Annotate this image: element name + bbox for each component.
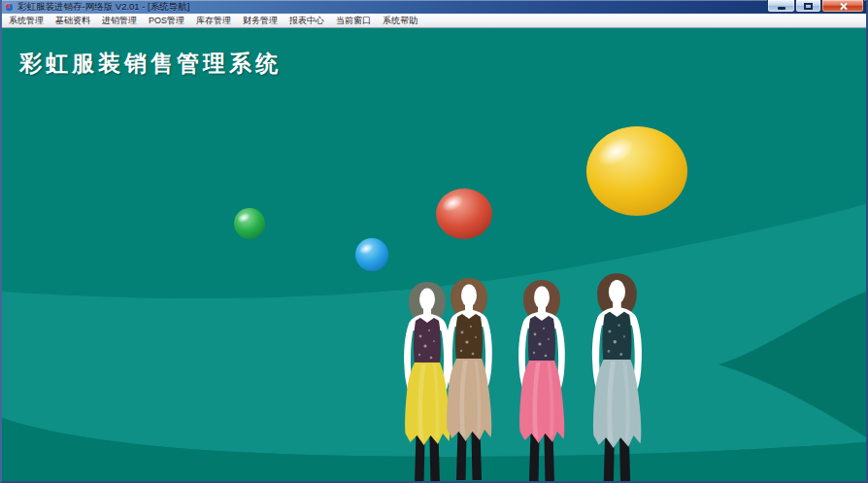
window-title: 彩虹服装进销存-网络版 V2.01 - [系统导航] bbox=[17, 0, 189, 14]
menu-item-pos-management[interactable]: POS管理 bbox=[143, 14, 190, 27]
blue-ball bbox=[355, 238, 388, 271]
titlebar[interactable]: 彩虹服装进销存-网络版 V2.01 - [系统导航] bbox=[0, 0, 868, 14]
maximize-icon bbox=[804, 3, 813, 10]
background-art bbox=[2, 28, 866, 481]
page-title: 彩虹服装销售管理系统 bbox=[19, 49, 282, 79]
close-icon bbox=[839, 2, 848, 11]
minimize-button[interactable] bbox=[767, 0, 795, 13]
menu-item-system-management[interactable]: 系统管理 bbox=[3, 14, 50, 27]
menubar: 系统管理 基础资料 进销管理 POS管理 库存管理 财务管理 报表中心 当前窗口… bbox=[0, 14, 868, 28]
menu-item-purchase-sales-management[interactable]: 进销管理 bbox=[96, 14, 143, 27]
menu-item-current-window[interactable]: 当前窗口 bbox=[330, 14, 377, 27]
app-icon[interactable] bbox=[5, 3, 14, 12]
window-controls bbox=[767, 0, 864, 13]
minimize-icon bbox=[778, 7, 785, 10]
menu-item-report-center[interactable]: 报表中心 bbox=[284, 14, 330, 27]
menu-item-system-help[interactable]: 系统帮助 bbox=[377, 14, 423, 27]
menu-item-finance-management[interactable]: 财务管理 bbox=[237, 14, 284, 27]
app-window: 彩虹服装进销存-网络版 V2.01 - [系统导航] 系统管理 基础资料 进销管… bbox=[0, 0, 868, 483]
close-button[interactable] bbox=[821, 0, 864, 13]
green-ball bbox=[234, 208, 265, 239]
client-area: 彩虹服装销售管理系统 bbox=[2, 28, 866, 481]
maximize-button[interactable] bbox=[795, 0, 821, 13]
red-ball bbox=[436, 189, 492, 239]
yellow-ball bbox=[586, 126, 687, 216]
menu-item-inventory-management[interactable]: 库存管理 bbox=[190, 14, 237, 27]
menu-item-basic-data[interactable]: 基础资料 bbox=[50, 14, 96, 27]
